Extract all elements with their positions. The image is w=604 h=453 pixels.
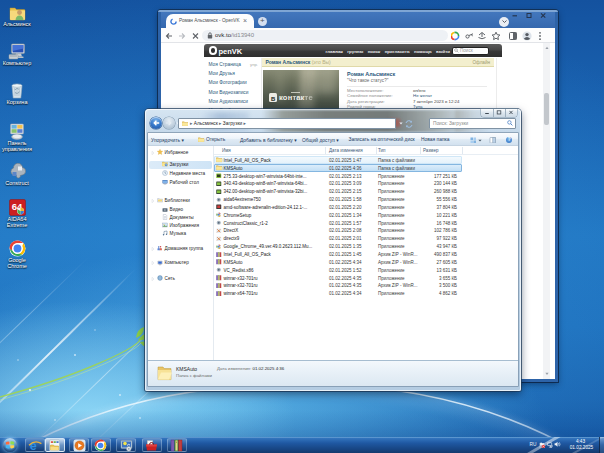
svg-text:e: e bbox=[29, 439, 36, 452]
